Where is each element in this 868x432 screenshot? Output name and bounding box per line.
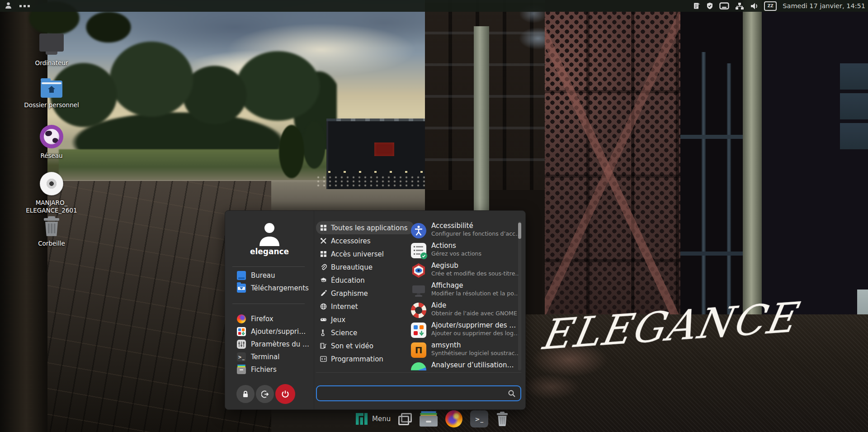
category-programmation[interactable]: Programmation: [316, 352, 390, 366]
logout-icon: [261, 390, 269, 398]
tools-icon: [320, 237, 327, 244]
amsynth-icon: Π: [411, 342, 426, 358]
category-internet[interactable]: Internet: [316, 300, 364, 313]
application-menu: elegance Bureau Téléchargements Firefox …: [225, 210, 526, 410]
system-tray: ZZ Samedi 17 janvier, 14:51: [693, 1, 868, 11]
desktop-icon-label: Corbeille: [24, 240, 80, 247]
trash-icon[interactable]: [496, 412, 509, 426]
app-row-actions[interactable]: Actions Gérez vos actions: [411, 241, 518, 261]
notes-icon[interactable]: [693, 2, 700, 10]
code-icon: [320, 356, 327, 362]
app-row-accessibilite[interactable]: Accessibilité Configurer les fonctions d…: [411, 221, 518, 241]
apps-list: Accessibilité Configurer les fonctions d…: [411, 221, 518, 370]
separator: [316, 372, 521, 373]
category-accessoires[interactable]: Accessoires: [316, 234, 377, 247]
app-row-aide[interactable]: Aide Obtenir de l’aide avec GNOME: [411, 301, 518, 321]
wallpaper-steel-post: [702, 52, 706, 337]
software-icon: [411, 323, 426, 338]
wallpaper-window: [840, 123, 868, 149]
category-toutes-les-applications[interactable]: Toutes les applications: [316, 221, 414, 234]
volume-icon[interactable]: [750, 2, 758, 10]
app-description: Synthétiseur logiciel soustrac…: [431, 350, 518, 356]
desktop-icon-network[interactable]: Réseau: [24, 125, 80, 160]
menu-shortcut-files[interactable]: Fichiers: [237, 364, 277, 375]
grid-icon: [320, 251, 327, 257]
desktop-icon-home-folder[interactable]: Dossier personnel: [24, 81, 80, 109]
app-name: Ajouter/supprimer des …: [431, 321, 518, 329]
menu-shortcut-software[interactable]: Ajouter/suppri…: [237, 326, 306, 337]
app-row-affichage[interactable]: Affichage Modifier la résolution et la p…: [411, 281, 518, 301]
app-description: Gérez vos actions: [431, 250, 481, 257]
separator: [232, 266, 305, 267]
app-description: Modifier la résolution et la po…: [431, 290, 518, 297]
category-bureautique[interactable]: Bureautique: [316, 261, 379, 274]
network-icon[interactable]: [735, 2, 744, 10]
actions-icon: [411, 243, 426, 258]
settings-icon: [237, 340, 246, 349]
user-name: elegance: [225, 247, 314, 256]
user-avatar[interactable]: [255, 221, 284, 250]
desktop-icon-trash[interactable]: Corbeille: [24, 216, 80, 247]
wallpaper-window: [840, 93, 868, 119]
shield-check-icon[interactable]: [706, 2, 713, 9]
app-row-ajouter-supprimer[interactable]: Ajouter/supprimer des … Ajouter ou suppr…: [411, 321, 518, 341]
user-session-icon[interactable]: [5, 1, 12, 11]
menu-left-pane: elegance Bureau Téléchargements Firefox …: [225, 211, 314, 409]
app-row-analyseur[interactable]: Analyseur d’utilisation…: [411, 361, 518, 370]
wallpaper-building: [762, 0, 868, 344]
menu-shortcut-firefox[interactable]: Firefox: [237, 313, 274, 325]
wallpaper-steel-beam: [680, 252, 748, 256]
app-name: Affichage: [431, 281, 518, 290]
logout-button[interactable]: [256, 385, 274, 403]
network-globe-icon: [40, 125, 63, 148]
category-acces-universel[interactable]: Accès universel: [316, 247, 390, 261]
paperclip-icon: [320, 264, 327, 271]
wallpaper-perforated-gate: [545, 0, 680, 344]
clock[interactable]: Samedi 17 janvier, 14:51: [783, 2, 865, 9]
power-button[interactable]: [275, 384, 295, 404]
firefox-icon: [237, 314, 246, 323]
category-education[interactable]: Éducation: [316, 274, 371, 287]
apps-scrollbar-thumb[interactable]: [518, 223, 521, 239]
disk-usage-icon: [411, 362, 426, 370]
menu-place-bureau[interactable]: Bureau: [237, 270, 275, 281]
app-name: amsynth: [431, 341, 518, 349]
globe-icon: [320, 303, 327, 310]
menu-shortcut-terminal[interactable]: >_ Terminal: [237, 351, 279, 363]
app-name: Accessibilité: [431, 222, 518, 230]
category-science[interactable]: Science: [316, 326, 363, 339]
disc-icon: [40, 172, 63, 195]
window-switcher-icon[interactable]: [398, 413, 412, 425]
bottom-dock: Menu >_: [355, 408, 509, 429]
apps-scrollbar[interactable]: [518, 221, 521, 370]
menu-shortcut-settings[interactable]: Paramètres du …: [237, 338, 309, 350]
desktop-icon-label: Dossier personnel: [24, 101, 80, 109]
menu-place-telechargements[interactable]: Téléchargements: [237, 282, 309, 294]
desktop-icon: [237, 271, 246, 280]
desktop-icon-computer[interactable]: Ordinateur: [24, 33, 80, 67]
search-bar[interactable]: [316, 385, 521, 401]
firefox-icon[interactable]: [445, 410, 462, 427]
power-icon: [281, 390, 289, 398]
display-icon[interactable]: [719, 2, 729, 10]
category-graphisme[interactable]: Graphisme: [316, 287, 374, 300]
app-name: Aegisub: [431, 261, 518, 270]
panel-dots-menu-icon[interactable]: [19, 5, 30, 7]
terminal-icon[interactable]: >_: [470, 410, 488, 427]
category-jeux[interactable]: Jeux: [316, 313, 352, 326]
lock-button[interactable]: [236, 385, 255, 403]
category-son-et-video[interactable]: Son et vidéo: [316, 339, 380, 352]
dock-menu-launcher[interactable]: Menu: [355, 413, 391, 425]
desktop-icon-manjaro-iso[interactable]: MANJARO_ ELEGANCE_2601: [24, 172, 80, 214]
top-panel-left: [0, 1, 30, 11]
search-input[interactable]: [317, 390, 508, 397]
app-description: Ajouter ou supprimer des log…: [431, 330, 518, 337]
files-icon: [237, 367, 246, 374]
file-manager-icon[interactable]: [420, 411, 438, 427]
app-row-aegisub[interactable]: Aegisub Crée et modifie des sous-titre…: [411, 261, 518, 281]
app-row-amsynth[interactable]: Π amsynth Synthétiseur logiciel soustrac…: [411, 341, 518, 361]
grid-icon: [320, 224, 327, 231]
zz-presence-icon[interactable]: ZZ: [764, 1, 777, 11]
education-icon: [320, 277, 327, 284]
top-panel: ZZ Samedi 17 janvier, 14:51: [0, 0, 868, 12]
